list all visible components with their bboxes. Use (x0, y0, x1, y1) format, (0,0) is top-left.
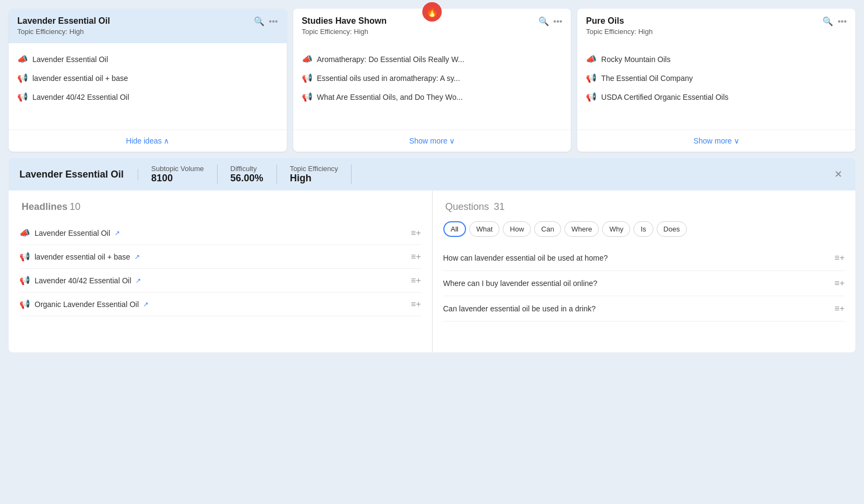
efficiency-label: Topic Efficiency (290, 165, 338, 173)
card-icons-lavender[interactable]: 🔍 ••• (254, 16, 278, 26)
efficiency-value: High (290, 173, 338, 184)
question-text: Can lavender essential oil be used in a … (443, 304, 835, 313)
show-more-link-pure-oils[interactable]: Show more ∨ (577, 130, 855, 152)
megaphone-icon: 📢 (19, 275, 30, 285)
search-icon[interactable]: 🔍 (822, 16, 833, 26)
filter-tab-how[interactable]: How (503, 221, 531, 237)
megaphone-green-icon: 📣 (302, 54, 313, 64)
card-title-pure-oils: Pure Oils (586, 16, 652, 26)
megaphone-icon: 📣 (19, 228, 30, 238)
fire-badge: 🔥 (422, 2, 442, 22)
question-text: How can lavender essential oil be used a… (443, 254, 835, 262)
keyword-text: What Are Essential Oils, and Do They Wo.… (317, 93, 463, 101)
card-efficiency-pure-oils: Topic Efficiency: High (586, 28, 652, 36)
subtopic-volume-stat: Subtopic Volume 8100 (138, 165, 218, 184)
card-body-lavender: 📣 Lavender Essential Oil 📢 lavender esse… (9, 43, 287, 130)
filter-tab-does[interactable]: Does (657, 221, 687, 237)
card-body-studies: 📣 Aromatherapy: Do Essential Oils Really… (293, 43, 571, 130)
keyword-text: lavender essential oil + base (32, 74, 128, 83)
filter-tab-what[interactable]: What (469, 221, 500, 237)
card-header-pure-oils: Pure Oils Topic Efficiency: High 🔍 ••• (577, 9, 855, 43)
questions-count: 31 (494, 201, 505, 212)
keyword-text: USDA Certified Organic Essential Oils (601, 93, 728, 101)
external-link-icon[interactable]: ↗ (114, 229, 120, 237)
subtopic-volume-label: Subtopic Volume (151, 165, 204, 173)
headline-row: 📢 Organic Lavender Essential Oil ↗ ≡+ (19, 292, 421, 316)
add-to-list-icon[interactable]: ≡+ (411, 252, 421, 262)
card-icons-studies[interactable]: 🔍 ••• (538, 16, 563, 26)
top-section: 🔥 Lavender Essential Oil Topic Efficienc… (0, 0, 864, 152)
card-efficiency-lavender: Topic Efficiency: High (17, 28, 110, 36)
external-link-icon[interactable]: ↗ (143, 301, 148, 308)
more-icon[interactable]: ••• (838, 17, 847, 26)
card-icons-pure-oils[interactable]: 🔍 ••• (822, 16, 847, 26)
external-link-icon[interactable]: ↗ (134, 253, 140, 261)
keyword-text: Aromatherapy: Do Essential Oils Really W… (317, 55, 464, 64)
difficulty-stat: Difficulty 56.00% (218, 165, 277, 184)
keyword-item: 📢 Lavender 40/42 Essential Oil (17, 87, 278, 106)
keyword-text: Essential oils used in aromatherapy: A s… (317, 74, 460, 83)
search-icon[interactable]: 🔍 (254, 16, 265, 26)
megaphone-blue-icon: 📢 (302, 73, 313, 83)
question-row: Can lavender essential oil be used in a … (443, 296, 845, 322)
keyword-item: 📣 Lavender Essential Oil (17, 50, 278, 69)
megaphone-icon: 📢 (19, 251, 30, 262)
filter-tab-is[interactable]: Is (633, 221, 653, 237)
question-text: Where can I buy lavender essential oil o… (443, 279, 835, 288)
headline-row: 📢 lavender essential oil + base ↗ ≡+ (19, 245, 421, 269)
megaphone-blue-icon: 📢 (586, 73, 597, 83)
filter-tab-why[interactable]: Why (602, 221, 630, 237)
headline-text: Lavender Essential Oil (35, 229, 110, 237)
keyword-text: Lavender Essential Oil (32, 55, 108, 64)
more-icon[interactable]: ••• (269, 17, 278, 26)
filter-tabs: All What How Can Where Why Is Does (443, 221, 845, 237)
headline-text: Organic Lavender Essential Oil (35, 300, 139, 309)
add-to-list-icon[interactable]: ≡+ (411, 299, 421, 309)
headline-text: Lavender 40/42 Essential Oil (35, 276, 131, 285)
keyword-text: The Essential Oil Company (601, 74, 693, 83)
filter-tab-all[interactable]: All (443, 221, 466, 237)
questions-panel: Questions 31 All What How Can Where Why … (433, 190, 856, 352)
difficulty-label: Difficulty (231, 165, 264, 173)
headline-row: 📣 Lavender Essential Oil ↗ ≡+ (19, 221, 421, 245)
hide-ideas-link[interactable]: Hide ideas ∧ (9, 130, 287, 152)
efficiency-stat: Topic Efficiency High (277, 165, 352, 184)
headline-text: lavender essential oil + base (35, 253, 130, 261)
filter-tab-can[interactable]: Can (534, 221, 561, 237)
external-link-icon[interactable]: ↗ (136, 277, 141, 284)
add-to-list-icon[interactable]: ≡+ (834, 304, 845, 314)
megaphone-icon: 📢 (19, 299, 30, 309)
keyword-item: 📢 What Are Essential Oils, and Do They W… (302, 87, 563, 106)
topic-card-lavender: Lavender Essential Oil Topic Efficiency:… (9, 9, 287, 152)
search-icon[interactable]: 🔍 (538, 16, 549, 26)
main-content: Headlines10 📣 Lavender Essential Oil ↗ ≡… (9, 190, 855, 352)
headlines-count: 10 (70, 201, 80, 212)
card-body-pure-oils: 📣 Rocky Mountain Oils 📢 The Essential Oi… (577, 43, 855, 130)
topic-card-studies: Studies Have Shown Topic Efficiency: Hig… (293, 9, 571, 152)
close-button[interactable]: ✕ (832, 166, 845, 182)
keyword-text: Lavender 40/42 Essential Oil (32, 93, 129, 101)
add-to-list-icon[interactable]: ≡+ (834, 253, 845, 263)
headline-row: 📢 Lavender 40/42 Essential Oil ↗ ≡+ (19, 269, 421, 292)
headlines-title: Headlines10 (19, 201, 421, 213)
add-to-list-icon[interactable]: ≡+ (834, 278, 845, 288)
keyword-item: 📣 Rocky Mountain Oils (586, 50, 847, 69)
show-more-link-studies[interactable]: Show more ∨ (293, 130, 571, 152)
filter-tab-where[interactable]: Where (564, 221, 599, 237)
topic-card-pure-oils: Pure Oils Topic Efficiency: High 🔍 ••• 📣… (577, 9, 855, 152)
add-to-list-icon[interactable]: ≡+ (411, 276, 421, 285)
more-icon[interactable]: ••• (554, 17, 563, 26)
keyword-item: 📣 Aromatherapy: Do Essential Oils Really… (302, 50, 563, 69)
megaphone-blue-icon: 📢 (17, 92, 28, 102)
card-header-lavender: Lavender Essential Oil Topic Efficiency:… (9, 9, 287, 43)
question-row: How can lavender essential oil be used a… (443, 246, 845, 271)
card-efficiency-studies: Topic Efficiency: High (302, 28, 387, 36)
topic-info-bar: Lavender Essential Oil Subtopic Volume 8… (9, 158, 855, 190)
add-to-list-icon[interactable]: ≡+ (411, 228, 421, 238)
megaphone-blue-icon: 📢 (302, 92, 313, 102)
keyword-item: 📢 USDA Certified Organic Essential Oils (586, 87, 847, 106)
card-title-lavender: Lavender Essential Oil (17, 16, 110, 26)
questions-title: Questions 31 (443, 201, 845, 213)
keyword-item: 📢 The Essential Oil Company (586, 69, 847, 87)
megaphone-green-icon: 📣 (586, 54, 597, 64)
